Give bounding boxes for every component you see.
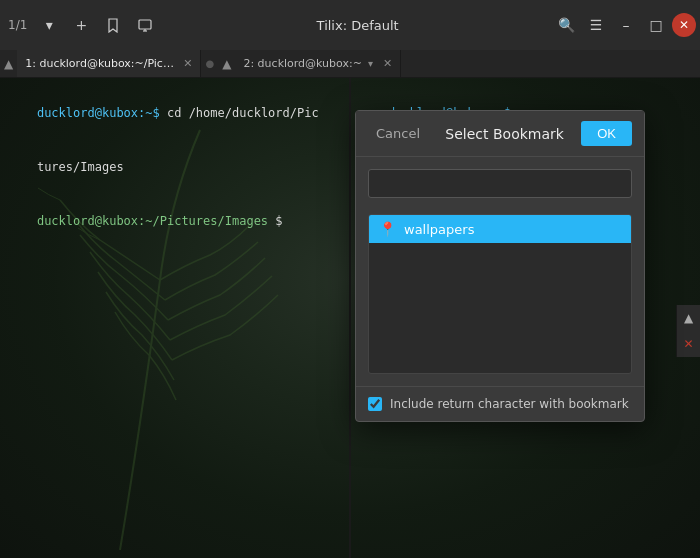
checkbox-row: Include return character with bookmark: [356, 386, 644, 421]
dialog-body: 🔍 📍 wallpapers: [356, 157, 644, 386]
dialog-overlay: Cancel Select Bookmark OK 🔍 📍 wallpapers…: [0, 0, 700, 558]
bookmark-item-wallpapers[interactable]: 📍 wallpapers: [369, 215, 631, 243]
ok-button[interactable]: OK: [581, 121, 632, 146]
dialog-title: Select Bookmark: [445, 126, 564, 142]
checkbox-label[interactable]: Include return character with bookmark: [390, 397, 629, 411]
pin-icon: 📍: [379, 221, 396, 237]
cancel-button[interactable]: Cancel: [368, 122, 428, 145]
bookmark-list[interactable]: 📍 wallpapers: [368, 214, 632, 374]
bookmark-label-wallpapers: wallpapers: [404, 222, 474, 237]
dialog-header: Cancel Select Bookmark OK: [356, 111, 644, 157]
search-wrapper: 🔍: [368, 169, 632, 206]
select-bookmark-dialog: Cancel Select Bookmark OK 🔍 📍 wallpapers…: [355, 110, 645, 422]
include-return-checkbox[interactable]: [368, 397, 382, 411]
search-input[interactable]: [368, 169, 632, 198]
